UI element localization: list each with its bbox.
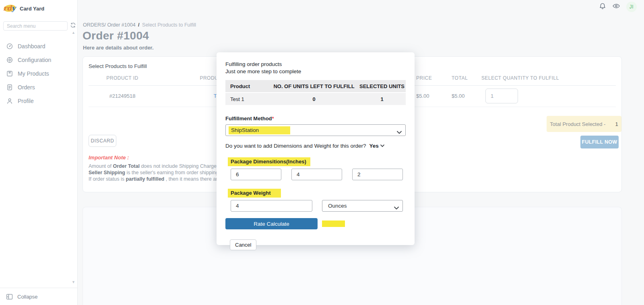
rate-calculate-button[interactable]: Rate Calculate	[225, 218, 318, 229]
sidebar-item-profile[interactable]: Profile	[0, 94, 77, 108]
modal-col-selected-units: SELECTED UNITS	[358, 83, 406, 89]
cancel-button[interactable]: Cancel	[230, 239, 256, 250]
modal-cell-product: Test 1	[225, 96, 270, 102]
eye-icon[interactable]	[612, 3, 620, 11]
quantity-input[interactable]	[485, 89, 518, 103]
dashboard-icon	[6, 43, 13, 50]
note-line: Amount of Order Total does not include S…	[89, 163, 231, 169]
package-dimensions-label: Package Dimensitions(Inches)	[231, 157, 406, 166]
search-input[interactable]	[3, 21, 68, 31]
note-line: Seller Shipping is the seller's earning …	[89, 169, 231, 176]
sidebar-item-label: Orders	[18, 84, 35, 91]
modal-cell-units-left: 0	[270, 96, 358, 102]
column-total: TOTAL	[452, 75, 481, 81]
modal-product-table: Product NO. OF UNITS LEFT TO FULFILL SEL…	[225, 80, 406, 105]
chevron-down-icon	[394, 205, 399, 211]
sidebar-item-configuration[interactable]: Configuration	[0, 53, 77, 67]
document-icon	[6, 84, 13, 91]
collapse-icon	[6, 294, 13, 300]
breadcrumb-part1[interactable]: ORDERS/ Order #1004	[83, 22, 136, 28]
modal-cell-selected-units: 1	[358, 96, 406, 102]
brand[interactable]: rdy Card Yard	[0, 0, 77, 16]
modal-title: Fulfilling order products	[225, 61, 406, 67]
note-line: If order status is partially fulfilled ,…	[89, 176, 231, 182]
total-product-selected-badge: Total Product Selected - 1	[547, 116, 621, 132]
person-icon	[6, 97, 13, 105]
sidebar-item-label: Profile	[18, 98, 34, 104]
breadcrumb-part2: Select Products to Fulfill	[142, 22, 196, 28]
fulfillment-method-select[interactable]: ShipStation	[225, 124, 406, 136]
important-note: Important Note : Amount of Order Total d…	[89, 155, 231, 182]
scroll-up-icon[interactable]: ▲	[72, 31, 75, 35]
required-asterisk: *	[272, 115, 274, 122]
dimension-width-input[interactable]	[291, 169, 342, 180]
dimension-length-input[interactable]	[231, 169, 281, 180]
page-subtitle: Here are details about order.	[83, 45, 154, 51]
scroll-down-icon[interactable]: ▼	[72, 280, 75, 284]
collapse-label: Collapse	[17, 294, 38, 300]
discard-button[interactable]: DISCARD	[89, 135, 116, 147]
note-title: Important Note :	[89, 155, 231, 161]
fulfill-modal: Fulfilling order products Just one more …	[217, 52, 415, 245]
column-price: PRICE	[416, 75, 452, 81]
avatar[interactable]: JI	[626, 2, 637, 12]
cell-total: $5.00	[452, 93, 481, 99]
brand-logo-icon: rdy	[3, 4, 16, 13]
refresh-icon[interactable]	[70, 22, 76, 30]
dimension-height-input[interactable]	[352, 169, 403, 180]
weight-unit-select[interactable]: Ounces	[322, 200, 403, 212]
product-icon	[6, 70, 13, 77]
page-title: Order #1004	[83, 29, 149, 42]
bell-icon[interactable]	[599, 2, 606, 12]
sidebar-item-orders[interactable]: Orders	[0, 80, 77, 94]
sidebar-item-label: Dashboard	[18, 43, 45, 49]
modal-col-product: Product	[225, 83, 270, 89]
sidebar-item-label: Configuration	[18, 57, 51, 63]
shipstation-highlight: ShipStation	[229, 126, 290, 134]
chevron-down-icon	[380, 144, 384, 147]
sidebar-menu: Dashboard Configuration My Products Orde…	[0, 39, 77, 108]
cell-product-id: #21249518	[89, 93, 156, 99]
brand-name: Card Yard	[20, 6, 44, 12]
modal-col-units-left: NO. OF UNITS LEFT TO FULFILL	[270, 83, 358, 89]
total-selected-value: 1	[615, 121, 618, 127]
dimensions-answer-select[interactable]: Yes	[369, 143, 384, 149]
sidebar-item-label: My Products	[18, 70, 49, 77]
highlight-marker	[322, 221, 345, 227]
total-selected-label: Total Product Selected -	[550, 121, 605, 127]
chevron-down-icon	[397, 129, 402, 135]
sidebar-collapse-button[interactable]: Collapse	[0, 288, 77, 305]
column-select-quantity: SELECT QUANTITY TO FULFILL	[481, 75, 616, 81]
sidebar-item-dashboard[interactable]: Dashboard	[0, 39, 77, 53]
modal-subtitle: Just one more step to complete	[225, 68, 406, 74]
gear-icon	[6, 56, 13, 64]
fulfillment-method-label: Fulfillment Method*	[225, 115, 406, 122]
sidebar: rdy Card Yard ▲ Dashboard Configuration	[0, 0, 78, 305]
fulfill-now-button[interactable]: FULFILL NOW	[580, 136, 619, 148]
breadcrumb[interactable]: ORDERS/ Order #1004 / Select Products to…	[83, 22, 196, 28]
sidebar-item-my-products[interactable]: My Products	[0, 67, 77, 80]
cell-price: $5.00	[416, 93, 452, 99]
package-weight-label: Package Weight	[231, 189, 406, 198]
breadcrumb-separator: /	[138, 22, 139, 28]
modal-table-row: Test 1 0 1	[225, 93, 406, 105]
weight-input[interactable]	[231, 200, 312, 212]
dimensions-question-label: Do you want to add Dimensions and Weight…	[225, 143, 366, 149]
column-product-id: PRODUCT ID	[89, 75, 156, 81]
